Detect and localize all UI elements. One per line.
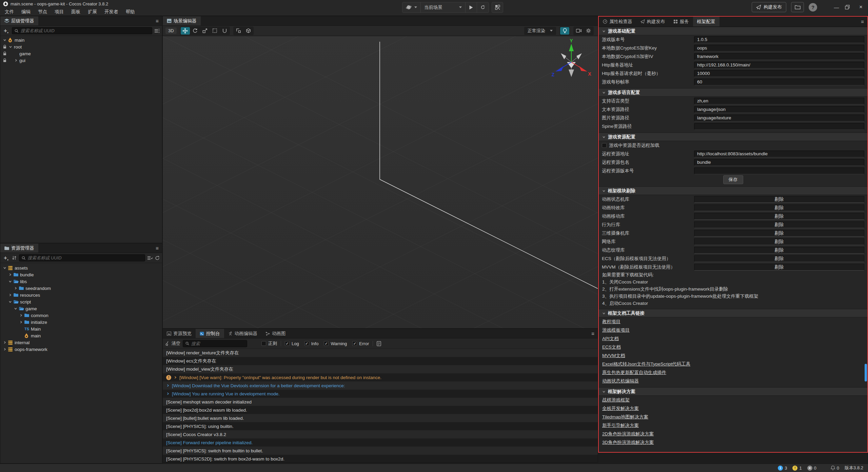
log-row[interactable]: [Scene] Forward render pipeline initiali…: [163, 438, 598, 447]
lighting-toggle-button[interactable]: [560, 27, 569, 35]
link-ECS文档[interactable]: ECS文档: [602, 344, 621, 350]
chevron-right-icon[interactable]: [166, 392, 170, 395]
filter-Warning-checkbox[interactable]: ✓Warning: [324, 341, 347, 346]
inspector-scrollbar-thumb[interactable]: [865, 364, 867, 381]
tab-控制台[interactable]: 控制台: [196, 329, 224, 338]
assets-search-input[interactable]: [27, 255, 142, 260]
chevron-right-icon[interactable]: [14, 59, 19, 62]
field-input-Http服务器地址[interactable]: [694, 62, 864, 68]
clear-console-button[interactable]: 清空: [165, 340, 180, 347]
log-row[interactable]: [Scene] [PHYSICS2D]: switch from box2d-w…: [163, 455, 598, 462]
field-input-本地数据CryptoES加密IV[interactable]: [694, 53, 864, 60]
coordinate-toggle-button[interactable]: [244, 27, 253, 35]
field-input-游戏版本号[interactable]: [694, 36, 864, 43]
panel-menu-icon[interactable]: ≡: [152, 243, 162, 253]
add-node-button[interactable]: +▾: [3, 27, 9, 34]
assets-tree-item-seedrandom[interactable]: seedrandom: [0, 285, 162, 292]
log-row[interactable]: [Scene] [PHYSICS]: using builtin.: [163, 422, 598, 430]
field-input-远程资源版本号[interactable]: [694, 168, 864, 174]
assets-tree-item-resources[interactable]: resources: [0, 292, 162, 298]
link-Excel格式转Json文件与TypeScript代码工具[interactable]: Excel格式转Json文件与TypeScript代码工具: [602, 361, 690, 367]
log-row[interactable]: [Window] Download the Vue Devtools exten…: [163, 381, 598, 390]
regex-checkbox[interactable]: 正则: [261, 340, 277, 347]
log-detail-icon[interactable]: [377, 341, 381, 346]
section-header-游戏多语言配置[interactable]: 游戏多语言配置: [599, 88, 867, 97]
status-notifications[interactable]: 0: [831, 466, 839, 471]
link-API文档[interactable]: API文档: [602, 336, 619, 342]
assets-tree-item-Main[interactable]: TSMain: [0, 326, 162, 332]
status-errors[interactable]: × 0: [807, 466, 816, 471]
tab-动画图[interactable]: 动画图: [261, 329, 290, 338]
build-publish-button[interactable]: 构建发布: [752, 2, 786, 12]
tab-服务[interactable]: 服务: [669, 17, 693, 26]
section-header-框架模块剔除[interactable]: 框架模块剔除: [599, 186, 867, 195]
chevron-down-icon[interactable]: [3, 266, 8, 270]
assets-tree-item-initialize[interactable]: initialize: [0, 319, 162, 326]
preview-platform-button[interactable]: [402, 2, 421, 13]
sort-assets-icon[interactable]: [12, 256, 17, 260]
trim-button[interactable]: 剔除: [694, 247, 864, 254]
move-tool-button[interactable]: [181, 27, 190, 35]
menu-item-扩展[interactable]: 扩展: [84, 9, 101, 15]
chevron-right-icon[interactable]: [3, 341, 8, 344]
chevron-right-icon[interactable]: [14, 287, 19, 290]
chevron-right-icon[interactable]: [8, 273, 14, 276]
tab-属性检查器[interactable]: 属性检查器: [599, 17, 636, 26]
tab-构建发布[interactable]: 构建发布: [636, 17, 669, 26]
chevron-right-icon[interactable]: [3, 348, 8, 351]
status-warnings[interactable]: ! 1: [792, 466, 802, 471]
hierarchy-tree-item-gui[interactable]: gui: [0, 57, 162, 64]
hierarchy-search-input[interactable]: [20, 28, 150, 33]
menu-item-面板[interactable]: 面板: [67, 9, 84, 15]
tab-hierarchy[interactable]: 层级管理器: [0, 16, 38, 25]
assets-tree-item-assets[interactable]: assets: [0, 264, 162, 271]
menu-item-项目[interactable]: 项目: [51, 9, 67, 15]
section-header-游戏基础配置[interactable]: 游戏基础配置: [599, 27, 867, 35]
open-project-folder-button[interactable]: [791, 2, 804, 12]
chevron-right-icon[interactable]: [19, 314, 24, 317]
assets-tree-item-bundle[interactable]: bundle: [0, 271, 162, 278]
close-button[interactable]: ×: [857, 4, 865, 11]
log-row[interactable]: [Window] model_view文件夹存在: [163, 365, 598, 373]
chevron-right-icon[interactable]: [166, 384, 170, 387]
hierarchy-tree-item-main[interactable]: main: [0, 37, 162, 43]
pivot-toggle-button[interactable]: [234, 27, 243, 35]
scene-viewport[interactable]: Y X Z: [163, 36, 598, 328]
menu-item-帮助[interactable]: 帮助: [122, 9, 139, 15]
chevron-down-icon[interactable]: [14, 307, 19, 310]
maximize-button[interactable]: [845, 5, 852, 9]
trim-button[interactable]: 剔除: [694, 204, 864, 211]
trim-button[interactable]: 剔除: [694, 230, 864, 237]
tab-资源预览[interactable]: 资源预览: [163, 329, 196, 338]
render-mode-dropdown[interactable]: 正常渲染: [524, 27, 556, 35]
link-新手引导解决方案[interactable]: 新手引导解决方案: [602, 422, 639, 429]
menu-item-开发者[interactable]: 开发者: [101, 9, 122, 15]
log-row[interactable]: [Scene] meshopt wasm decoder initialized: [163, 398, 598, 406]
panel-menu-icon[interactable]: ≡: [857, 17, 867, 26]
link-战棋游戏框架[interactable]: 战棋游戏框架: [602, 397, 630, 403]
hierarchy-search[interactable]: [12, 27, 152, 34]
section-header-框架解决方案[interactable]: 框架解决方案: [599, 387, 867, 396]
link-MVVM文档[interactable]: MVVM文档: [602, 353, 625, 359]
panel-menu-icon[interactable]: ≡: [588, 329, 598, 338]
scale-tool-button[interactable]: [200, 27, 210, 35]
field-input-游戏每秒帧率[interactable]: [694, 79, 864, 85]
chevron-down-icon[interactable]: [9, 45, 14, 48]
assets-tree-item-common[interactable]: common: [0, 312, 162, 319]
tab-动画编辑器[interactable]: 动画编辑器: [224, 329, 262, 338]
play-button[interactable]: [466, 2, 477, 13]
log-row[interactable]: [Scene] [box2d]:box2d wasm lib loaded.: [163, 406, 598, 414]
hierarchy-tree-item-game[interactable]: game: [0, 50, 162, 57]
save-button[interactable]: 保存: [723, 175, 743, 184]
filter-Info-checkbox[interactable]: ✓Info: [304, 341, 319, 346]
link-教程项目[interactable]: 教程项目: [602, 319, 620, 325]
assets-tree-item-internal[interactable]: internal: [0, 339, 162, 346]
rect-tool-button[interactable]: [210, 27, 219, 35]
field-input-Spine资源路径[interactable]: [694, 123, 864, 130]
log-row[interactable]: [Window] You are running Vue in developm…: [163, 390, 598, 398]
trim-button[interactable]: 剔除: [694, 221, 864, 228]
filter-Error-checkbox[interactable]: ✓Error: [352, 341, 369, 346]
log-row[interactable]: ![Window] [Vue warn]: Property "onInput"…: [163, 373, 598, 381]
log-row[interactable]: [Scene] [PHYSICS]: switch from builtin t…: [163, 447, 598, 455]
chevron-right-icon[interactable]: [19, 320, 24, 324]
